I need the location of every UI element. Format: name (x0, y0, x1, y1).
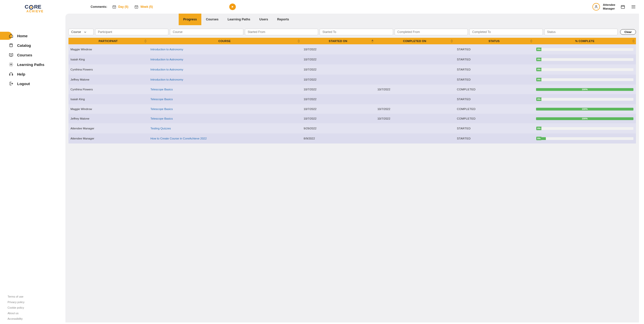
tab-progress[interactable]: Progress (179, 14, 201, 25)
logo-circle-icon (29, 5, 33, 10)
sidebar-nav: HomeCatalogCoursesLearning PathsHelpLogo… (0, 31, 65, 88)
filter-completed-to-input[interactable] (469, 29, 543, 35)
calendar-button[interactable] (620, 4, 626, 10)
cell-status: COMPLETED (454, 104, 534, 114)
content-panel: ProgressCoursesLearning PathsUsersReport… (65, 14, 639, 322)
cell-completed: 10/7/2022 (375, 114, 454, 123)
footer-link-terms-of-use[interactable]: Terms of use (8, 294, 58, 299)
hamburger-icon (631, 4, 636, 9)
svg-point-1 (11, 64, 12, 65)
course-link[interactable]: Introduction to Astronomy (150, 78, 183, 81)
cell-started: 10/7/2022 (301, 44, 375, 54)
footer-link-about-us[interactable]: About us (8, 310, 58, 316)
comments-day-toggle[interactable]: Day (5) (112, 5, 128, 9)
tab-reports[interactable]: Reports (273, 14, 293, 25)
progress-badge: 0% (536, 97, 542, 101)
gear-icon (9, 62, 14, 67)
calendar-icon (621, 5, 625, 9)
cell-percent: 5% (534, 133, 636, 143)
week-close: ) (152, 5, 153, 9)
tabs-row: ProgressCoursesLearning PathsUsersReport… (65, 14, 639, 25)
sort-icon (530, 40, 532, 43)
cell-percent: 0% (534, 75, 636, 85)
footer-link-accessibility[interactable]: Accessibility (8, 316, 58, 321)
sidebar-item-label: Catalog (17, 43, 31, 48)
cell-started: 10/7/2022 (301, 64, 375, 75)
course-link[interactable]: Introduction to Astronomy (150, 58, 183, 61)
clear-button[interactable]: Clear (620, 29, 636, 35)
filter-started-to-input[interactable] (320, 29, 393, 35)
chevron-down-icon (84, 31, 86, 33)
cell-started: 8/9/2022 (301, 133, 375, 143)
brand-logo[interactable]: C RE ACHIEVE (0, 4, 65, 16)
svg-rect-7 (621, 6, 625, 9)
course-link[interactable]: Testing Quizzes (150, 127, 171, 130)
tab-learning-paths[interactable]: Learning Paths (223, 14, 255, 25)
svg-rect-2 (9, 74, 10, 76)
cell-status: STARTED (454, 44, 534, 54)
column-header-completed-on[interactable]: COMPLETED ON (375, 38, 454, 44)
cell-percent: 100% (534, 104, 636, 114)
tab-users[interactable]: Users (255, 14, 273, 25)
week-label: Week ( (140, 5, 150, 9)
filter-status-input[interactable] (544, 29, 618, 35)
cell-completed (375, 94, 454, 104)
cell-participant: Cynthina Flowers (68, 85, 148, 94)
cell-completed: 10/7/2022 (375, 85, 454, 94)
sidebar-footer: Terms of usePrivacy policyCookie policyA… (0, 292, 65, 324)
cell-status: COMPLETED (454, 114, 534, 123)
footer-link-cookie-policy[interactable]: Cookie policy (8, 305, 58, 310)
course-link[interactable]: Introduction to Astronomy (150, 68, 183, 71)
cell-started: 10/7/2022 (301, 54, 375, 64)
user-line1: Attendee (603, 3, 615, 7)
filter-course-input[interactable] (170, 29, 243, 35)
user-menu[interactable]: Attendee Manager (592, 3, 615, 11)
course-link[interactable]: How to Create Course in CoreAchieve 2022 (150, 137, 207, 140)
footer-link-privacy-policy[interactable]: Privacy policy (8, 299, 58, 305)
cell-percent: 100% (534, 85, 636, 94)
sidebar-item-label: Courses (17, 53, 32, 57)
tab-courses[interactable]: Courses (201, 14, 223, 25)
sidebar-item-help[interactable]: Help (0, 69, 65, 79)
cell-participant: Maggie Windrow (68, 104, 148, 114)
progress-bar (541, 137, 633, 140)
sidebar-item-catalog[interactable]: Catalog (0, 41, 65, 50)
column-header-started-on[interactable]: STARTED ON (301, 38, 375, 44)
course-link[interactable]: Telescope Basics (150, 88, 173, 91)
cell-started: 10/7/2022 (301, 85, 375, 94)
cell-completed (375, 133, 454, 143)
sidebar-item-learning-paths[interactable]: Learning Paths (0, 60, 65, 69)
cell-percent: 0% (534, 44, 636, 54)
column-label: COURSE (218, 40, 231, 43)
column-header-status[interactable]: STATUS (454, 38, 534, 44)
column-header-participant[interactable]: PARTICIPANT (68, 38, 148, 44)
progress-badge: 0% (536, 127, 542, 130)
table-row: Maggie WindrowIntroduction to Astronomy1… (68, 44, 636, 54)
filter-type-select[interactable]: Course (68, 29, 94, 35)
course-link[interactable]: Telescope Basics (150, 98, 173, 101)
course-link[interactable]: Telescope Basics (150, 107, 173, 111)
comments-week-toggle[interactable]: Week (5) (134, 5, 153, 9)
column-header-course[interactable]: COURSE (148, 38, 301, 44)
column-header--complete[interactable]: % COMPLETE (534, 38, 636, 44)
cell-percent: 0% (534, 123, 636, 133)
course-link[interactable]: Introduction to Astronomy (150, 48, 183, 51)
cell-started: 10/7/2022 (301, 114, 375, 123)
sidebar-item-logout[interactable]: Logout (0, 79, 65, 88)
hamburger-button[interactable] (630, 4, 636, 10)
book-icon (9, 43, 14, 48)
sidebar-item-courses[interactable]: Courses (0, 50, 65, 60)
table-row: Isaiah KingIntroduction to Astronomy10/7… (68, 54, 636, 64)
filter-participant-input[interactable] (95, 29, 168, 35)
table-row: Maggie WindrowTelescope Basics10/7/20221… (68, 104, 636, 114)
cell-started: 10/7/2022 (301, 104, 375, 114)
table-row: Jeffrey MaloneIntroduction to Astronomy1… (68, 75, 636, 85)
calendar-day-icon (112, 5, 116, 9)
course-link[interactable]: Telescope Basics (150, 117, 173, 120)
sidebar-item-home[interactable]: Home (0, 31, 65, 41)
play-button[interactable] (229, 4, 236, 10)
sort-icon (144, 40, 146, 43)
progress-bar (541, 127, 633, 130)
filter-completed-from-input[interactable] (395, 29, 468, 35)
filter-started-from-input[interactable] (245, 29, 318, 35)
